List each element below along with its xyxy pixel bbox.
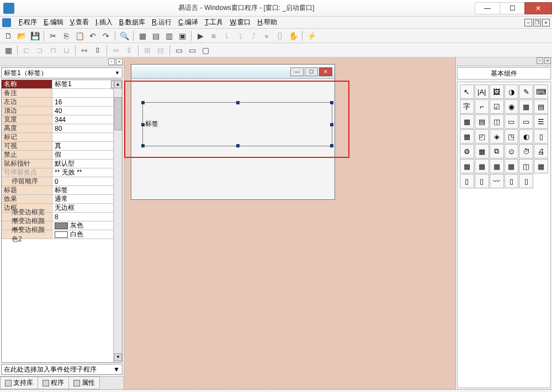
property-value[interactable]: 标签	[52, 186, 122, 194]
menu-item-3[interactable]: I.插入	[92, 17, 116, 28]
palette-button-5[interactable]: ⌨	[534, 84, 548, 99]
palette-button-2[interactable]: 🖼	[490, 84, 504, 99]
palette-button-30[interactable]: ▦	[460, 159, 474, 173]
property-row[interactable]: 标记	[2, 133, 122, 142]
palette-button-26[interactable]: ⧉	[490, 144, 504, 158]
event-selector[interactable]: 在此处选择加入事件处理子程序 ▼	[1, 364, 123, 375]
props-close-icon[interactable]: ×	[116, 59, 123, 65]
palette-button-15[interactable]: ▭	[505, 114, 519, 129]
property-value[interactable]: 标签1…	[52, 80, 122, 88]
scroll-down-icon[interactable]: ▼	[114, 353, 122, 361]
palette-button-3[interactable]: ◑	[505, 84, 519, 99]
palette-button-21[interactable]: ◳	[505, 129, 519, 144]
menu-item-0[interactable]: F.程序	[15, 17, 40, 28]
layout2-button[interactable]: ▤	[150, 30, 162, 42]
menu-item-2[interactable]: V.查看	[67, 17, 92, 28]
menu-item-5[interactable]: R.运行	[148, 17, 175, 28]
palette-button-32[interactable]: ▦	[490, 159, 504, 173]
bottom-tab-4[interactable]: ◇变量表	[158, 390, 193, 392]
bottom-tab-5[interactable]: 🔍搜寻1	[198, 390, 230, 392]
property-value[interactable]: 80	[52, 124, 122, 133]
property-value[interactable]	[52, 133, 122, 141]
palette-button-40[interactable]: ▯	[519, 174, 533, 188]
bottom-tab-3[interactable]: 👁监视表	[118, 390, 153, 392]
property-row[interactable]: 顶边40	[2, 107, 122, 115]
property-value[interactable]: 默认型	[52, 160, 122, 168]
property-row[interactable]: 可停留焦点** 无效 **	[2, 168, 122, 177]
property-value[interactable]: 8	[52, 213, 122, 221]
mdi-close-icon[interactable]: ×	[542, 19, 550, 27]
property-value[interactable]: 无边框	[52, 204, 122, 212]
scroll-thumb[interactable]	[114, 97, 122, 130]
palette-button-27[interactable]: ⊙	[505, 144, 519, 158]
lock-button[interactable]: ▢	[199, 44, 211, 56]
new-button[interactable]: 🗋	[2, 30, 14, 42]
mdi-minimize-icon[interactable]: –	[524, 19, 532, 27]
mdi-restore-icon[interactable]: ❐	[533, 19, 541, 27]
bring-front-button[interactable]: ▭	[173, 44, 185, 56]
property-row[interactable]: 渐变边框颜色2白色	[2, 230, 122, 239]
palette-button-34[interactable]: ◫	[519, 159, 533, 173]
same-width-button[interactable]: ⇿	[78, 44, 91, 56]
palette-button-9[interactable]: ◉	[505, 99, 519, 114]
palette-button-28[interactable]: ⏱	[519, 144, 533, 158]
bottom-tab-7[interactable]: ✂剪辑历史	[271, 390, 312, 392]
palette-button-36[interactable]: ▯	[460, 174, 474, 188]
palette-button-17[interactable]: ☰	[534, 114, 548, 129]
palette-button-7[interactable]: ⌐	[475, 99, 489, 114]
help-button[interactable]: ⚡	[305, 30, 317, 42]
palette-button-29[interactable]: 🖨	[534, 144, 548, 158]
window-minimize-button[interactable]: —	[475, 2, 500, 14]
palette-button-10[interactable]: ▦	[519, 99, 533, 114]
property-value[interactable]: 灰色	[52, 221, 122, 230]
property-value[interactable]: 真	[52, 142, 122, 150]
palette-button-38[interactable]: 〰	[490, 174, 504, 188]
property-value[interactable]	[52, 89, 122, 97]
bottom-tab-2[interactable]: ∷调用表	[78, 390, 113, 392]
window-close-button[interactable]: ✕	[524, 2, 552, 14]
menu-item-1[interactable]: E.编辑	[40, 17, 66, 28]
palette-button-6[interactable]: 字	[460, 99, 474, 114]
paste-button[interactable]: 📋	[73, 30, 86, 42]
palette-button-4[interactable]: ✎	[519, 84, 533, 99]
layout1-button[interactable]: ▦	[136, 30, 148, 42]
palette-button-1[interactable]: |A|	[475, 84, 489, 99]
tab-support-lib[interactable]: 支持库	[0, 377, 38, 389]
property-row[interactable]: 名称标签1…	[2, 80, 122, 89]
props-float-icon[interactable]: ▫	[108, 59, 115, 65]
palette-button-20[interactable]: ◈	[490, 129, 504, 144]
palette-float-icon[interactable]: ▫	[537, 57, 543, 64]
property-value[interactable]: 通常	[52, 195, 122, 203]
palette-button-11[interactable]: ▤	[534, 99, 548, 114]
menu-item-8[interactable]: W.窗口	[226, 17, 254, 28]
property-grid[interactable]: 名称标签1…备注左边16顶边40宽度344高度80标记可视真禁止假鼠标指针默认型…	[1, 80, 123, 363]
palette-button-12[interactable]: ▦	[460, 114, 474, 129]
layout4-button[interactable]: ▣	[176, 30, 188, 42]
palette-button-35[interactable]: ▦	[534, 159, 548, 173]
open-button[interactable]: 📂	[15, 30, 28, 42]
form-minimize-button[interactable]: —	[290, 67, 304, 76]
grid-button[interactable]: ▦	[2, 44, 14, 56]
property-row[interactable]: 效果通常	[2, 195, 122, 204]
same-height-button[interactable]: ⇳	[92, 44, 104, 56]
property-row[interactable]: 鼠标指针默认型	[2, 160, 122, 168]
form-close-button[interactable]: ✕	[319, 67, 332, 76]
palette-button-23[interactable]: ▯	[534, 129, 548, 144]
layout3-button[interactable]: ▥	[163, 30, 175, 42]
form-maximize-button[interactable]: ☐	[305, 67, 318, 76]
palette-button-8[interactable]: ☑	[490, 99, 504, 114]
palette-button-14[interactable]: ◫	[490, 114, 504, 129]
send-back-button[interactable]: ▭	[186, 44, 198, 56]
bottom-tab-1[interactable]: ▤输出	[45, 390, 73, 392]
palette-button-13[interactable]: ▤	[475, 114, 489, 129]
palette-button-31[interactable]: ▦	[475, 159, 489, 173]
palette-button-16[interactable]: ▭	[519, 114, 533, 129]
palette-button-0[interactable]: ↖	[460, 84, 474, 99]
property-value[interactable]: 16	[52, 98, 122, 106]
palette-close-icon[interactable]: ×	[544, 57, 551, 64]
property-scrollbar[interactable]: ▲ ▼	[113, 80, 122, 362]
property-value[interactable]: 假	[52, 151, 122, 159]
palette-button-39[interactable]: ▯	[505, 174, 519, 188]
window-maximize-button[interactable]: ☐	[500, 2, 525, 14]
property-value[interactable]: 0	[52, 177, 122, 186]
